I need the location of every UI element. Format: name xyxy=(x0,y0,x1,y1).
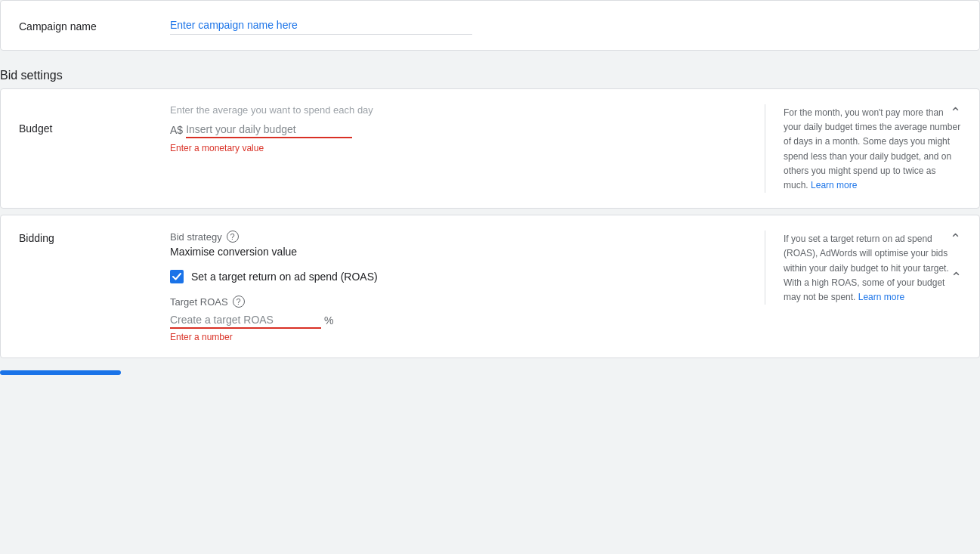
roas-error-text: Enter a number xyxy=(170,332,747,342)
budget-input[interactable] xyxy=(186,122,352,138)
budget-currency: A$ xyxy=(170,124,183,136)
budget-error-text: Enter a monetary value xyxy=(170,143,747,153)
bidding-hint: If you set a target return on ad spend (… xyxy=(765,231,961,305)
bidding-collapse-icon[interactable]: ⌃ xyxy=(950,231,961,247)
campaign-name-card: Campaign name ⌃ xyxy=(0,0,980,51)
roas-input-row: % xyxy=(170,312,747,329)
budget-collapse-icon[interactable]: ⌃ xyxy=(950,104,961,121)
bidding-card: Bidding Bid strategy ? Maximise conversi… xyxy=(0,215,980,358)
bid-strategy-label-row: Bid strategy ? xyxy=(170,231,747,243)
roas-checkbox[interactable] xyxy=(170,270,184,283)
bidding-learn-more-link[interactable]: Learn more xyxy=(858,292,904,302)
target-roas-label-row: Target ROAS ? xyxy=(170,296,747,308)
campaign-name-label: Campaign name xyxy=(19,19,170,32)
target-roas-label-text: Target ROAS xyxy=(170,296,228,308)
bid-strategy-label-text: Bid strategy xyxy=(170,231,222,243)
roas-input[interactable] xyxy=(170,312,321,329)
budget-card: Budget Enter the average you want to spe… xyxy=(0,88,980,209)
roas-checkbox-label: Set a target return on ad spend (ROAS) xyxy=(191,271,378,283)
bid-strategy-value: Maximise conversion value xyxy=(170,246,747,258)
bottom-progress-bar xyxy=(0,370,121,375)
bidding-hint-text: If you set a target return on ad spend (… xyxy=(784,232,961,305)
budget-section-label: Budget xyxy=(19,104,170,135)
target-roas-help-icon[interactable]: ? xyxy=(233,296,245,308)
page-container: Campaign name ⌃ Bid settings Budget Ente… xyxy=(0,0,980,554)
bidding-content: Bid strategy ? Maximise conversion value… xyxy=(170,231,765,342)
campaign-name-input[interactable] xyxy=(170,16,472,35)
budget-hint: For the month, you won't pay more than y… xyxy=(765,104,961,193)
budget-hint-text: For the month, you won't pay more than y… xyxy=(784,106,961,193)
budget-sub-hint: Enter the average you want to spend each… xyxy=(170,104,747,116)
budget-learn-more-link[interactable]: Learn more xyxy=(811,180,857,190)
budget-content: Enter the average you want to spend each… xyxy=(170,104,765,153)
campaign-name-input-wrapper xyxy=(170,16,961,35)
bid-strategy-help-icon[interactable]: ? xyxy=(227,231,239,243)
bidding-section-label: Bidding xyxy=(19,231,170,244)
budget-input-row: A$ xyxy=(170,122,747,138)
roas-percent-symbol: % xyxy=(324,314,333,327)
bid-settings-heading: Bid settings xyxy=(0,57,980,88)
roas-checkbox-row: Set a target return on ad spend (ROAS) xyxy=(170,270,747,283)
